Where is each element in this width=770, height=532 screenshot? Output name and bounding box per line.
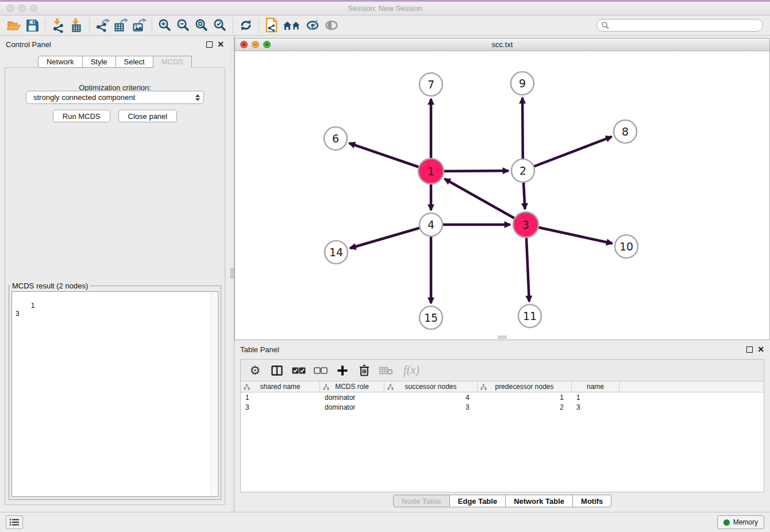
column-header-shared-name[interactable]: shared name (241, 381, 320, 392)
zoom-out-icon[interactable] (174, 17, 192, 34)
table-row[interactable]: 1dominator411 (241, 392, 764, 402)
search-input[interactable] (596, 19, 763, 32)
node-label-2: 2 (519, 164, 526, 177)
close-panel-icon[interactable]: ✕ (217, 41, 224, 48)
delete-table-icon[interactable] (376, 362, 396, 379)
task-history-icon[interactable] (6, 515, 23, 529)
cell-predecessor-nodes[interactable]: 2 (478, 402, 572, 412)
column-header-MCDS-role[interactable]: MCDS role (320, 381, 384, 392)
cell-predecessor-nodes[interactable]: 1 (478, 392, 572, 402)
toolbar-separator (152, 18, 152, 33)
edge-2-8[interactable] (523, 137, 612, 171)
column-header-name[interactable]: name (572, 381, 619, 392)
open-session-icon[interactable] (5, 17, 23, 34)
criterion-dropdown[interactable]: strongly connected component (26, 91, 204, 104)
tab-network[interactable]: Network (38, 56, 83, 68)
export-image-icon[interactable] (130, 17, 148, 34)
column-header-predecessor-nodes[interactable]: predecessor nodes (478, 381, 572, 392)
tab-mcds[interactable]: MCDS (153, 56, 192, 68)
run-mcds-button[interactable]: Run MCDS (53, 110, 110, 122)
memory-status-icon (723, 519, 730, 526)
cell-MCDS-role[interactable]: dominator (320, 392, 384, 402)
mcds-result-text[interactable]: 1 3 (11, 291, 218, 497)
show-columns-icon[interactable] (267, 362, 287, 379)
cell-successor-nodes[interactable]: 3 (384, 402, 478, 412)
status-bar: Memory (0, 512, 770, 532)
dropdown-stepper-icon (195, 94, 200, 101)
node-label-3: 3 (522, 218, 529, 231)
control-panel-title: Control Panel (6, 40, 51, 49)
toolbar-separator (89, 18, 90, 33)
control-panel-header: Control Panel ✕ (0, 36, 230, 53)
vertical-splitter[interactable] (230, 36, 234, 512)
float-panel-icon[interactable] (206, 41, 213, 48)
main-titlebar: Session: New Session (0, 2, 770, 16)
cell-MCDS-role[interactable]: dominator (320, 402, 384, 412)
node-table-body: 1dominator4113dominator323 (241, 392, 764, 412)
cell-name[interactable]: 1 (572, 392, 619, 402)
table-tab-edge-table[interactable]: Edge Table (450, 495, 506, 507)
node-label-14: 14 (329, 246, 343, 259)
mcds-tab-content: Optimization criterion: strongly connect… (5, 67, 225, 505)
toolbar-separator (233, 18, 233, 33)
mcds-result-title: MCDS result (2 nodes) (10, 282, 90, 290)
zoom-selected-icon[interactable] (211, 17, 229, 34)
cell-successor-nodes[interactable]: 4 (384, 392, 478, 402)
function-builder-icon[interactable]: f(x) (398, 362, 425, 379)
show-hide-graphics-icon[interactable] (322, 17, 341, 34)
cell-shared-name[interactable]: 1 (241, 392, 320, 402)
table-tab-network-table[interactable]: Network Table (506, 495, 573, 507)
clone-network-icon[interactable] (263, 17, 281, 34)
result-scrollbar[interactable] (211, 292, 217, 496)
select-all-icon[interactable] (289, 362, 309, 379)
import-table-icon[interactable] (67, 17, 86, 34)
float-table-panel-icon[interactable] (746, 346, 753, 353)
node-label-1: 1 (428, 165, 434, 178)
save-session-icon[interactable] (23, 17, 41, 34)
table-panel-header: Table Panel ✕ (234, 342, 770, 357)
node-label-8: 8 (622, 125, 629, 138)
add-column-icon[interactable] (333, 362, 352, 379)
network-view-window: × − + scc.txt 1234678910111415 (234, 38, 770, 340)
delete-columns-icon[interactable] (355, 362, 374, 379)
table-row[interactable]: 3dominator323 (241, 402, 764, 412)
network-window-titlebar[interactable]: × − + scc.txt (235, 38, 769, 51)
column-header-successor-nodes[interactable]: successor nodes (384, 381, 478, 392)
close-panel-button[interactable]: Close panel (118, 110, 178, 122)
deselect-all-icon[interactable] (311, 362, 330, 379)
horizontal-splitter-grip[interactable] (498, 336, 507, 339)
search-container (596, 19, 763, 32)
export-network-icon[interactable] (93, 17, 111, 34)
node-label-4: 4 (428, 218, 434, 231)
table-settings-icon[interactable]: ⚙ (245, 362, 265, 379)
toolbar-separator (45, 18, 45, 33)
tab-select[interactable]: Select (116, 56, 153, 68)
zoom-in-icon[interactable] (156, 17, 174, 34)
zoom-fit-icon[interactable] (192, 17, 211, 34)
table-tab-node-table[interactable]: Node Table (393, 495, 450, 507)
node-table-header-row: shared nameMCDS rolesuccessor nodesprede… (241, 381, 764, 392)
node-label-6: 6 (332, 132, 339, 145)
first-neighbors-icon[interactable] (281, 17, 304, 34)
table-panel: Table Panel ✕ ⚙ (234, 342, 770, 511)
splitter-grip[interactable] (230, 268, 234, 279)
node-label-10: 10 (619, 240, 633, 253)
export-table-icon[interactable] (111, 17, 130, 34)
memory-label: Memory (733, 518, 758, 526)
window-title: Session: New Session (0, 4, 770, 13)
tab-style[interactable]: Style (83, 56, 116, 68)
cell-shared-name[interactable]: 3 (241, 402, 320, 412)
fx-label: f(x) (403, 364, 419, 377)
edge-3-1[interactable] (445, 179, 526, 225)
toggle-graphics-details-icon[interactable] (304, 17, 322, 34)
edge-4-14[interactable] (350, 225, 431, 248)
network-canvas[interactable]: 1234678910111415 (235, 51, 769, 340)
table-tab-motifs[interactable]: Motifs (573, 495, 611, 507)
close-table-panel-icon[interactable]: ✕ (757, 346, 764, 353)
window-frame-edge (0, 0, 770, 2)
node-label-9: 9 (519, 77, 526, 90)
memory-button[interactable]: Memory (717, 515, 764, 529)
import-network-icon[interactable] (49, 17, 67, 34)
cell-name[interactable]: 3 (572, 402, 619, 412)
refresh-view-icon[interactable] (237, 17, 255, 34)
